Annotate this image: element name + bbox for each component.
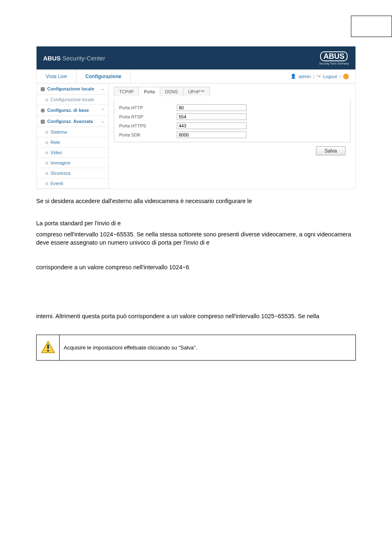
brand-main: ABUS [43, 55, 61, 62]
app-title: ABUS Security-Center [43, 55, 105, 62]
separator: | [339, 74, 341, 79]
tab-porta[interactable]: Porta [138, 87, 160, 96]
top-tabs: Vista Live Configurazione [37, 69, 131, 83]
input-http[interactable] [177, 104, 247, 111]
sidebar-item-label: Rete [51, 140, 60, 145]
info-note-text: Acquisire le impostazioni effettuate cli… [60, 335, 356, 360]
logout-link[interactable]: Logout [323, 74, 337, 79]
user-name: admin [299, 74, 311, 79]
bullet-icon [46, 172, 48, 175]
main-panel: TCP/IP Porta DDNS UPnP™ Porta HTTP Porta… [109, 83, 355, 189]
app-body: Configurazione locale ⌄ Configurazione l… [37, 83, 355, 189]
sidebar-item-sicurezza[interactable]: Sicurezza [37, 168, 108, 178]
label-https: Porta HTTPS [119, 121, 177, 130]
input-rtsp[interactable] [177, 113, 247, 120]
sidebar-item-label: Sicurezza [51, 171, 70, 176]
tab-config[interactable]: Configurazione [76, 69, 131, 83]
bullet-icon [46, 152, 48, 154]
svg-point-2 [47, 349, 49, 352]
group-label: Configurazione locale [47, 86, 94, 91]
logo-text: ABUS [320, 51, 348, 61]
lang-icon[interactable] [343, 74, 349, 79]
group-label: Configuraz. di base [47, 108, 89, 113]
chevron-down-icon: ⌄ [101, 119, 104, 123]
sidebar-item-immagine[interactable]: Immagine [37, 158, 108, 168]
sidebar-item-local[interactable]: Configurazione locale [37, 95, 108, 105]
doc-paragraph-2a: La porta standard per l'invio di e [36, 220, 356, 228]
user-icon: 👤 [291, 74, 296, 79]
tab-live[interactable]: Vista Live [37, 69, 76, 83]
label-rtsp: Porta RTSP [119, 112, 177, 121]
sidebar-item-eventi[interactable]: Eventi [37, 178, 108, 189]
sidebar-item-label: Sistema [51, 130, 67, 134]
sidebar-item-label: Configurazione locale [51, 97, 94, 102]
sidebar-item-video[interactable]: Video [37, 148, 108, 158]
sidebar-group-local[interactable]: Configurazione locale ⌄ [37, 83, 108, 95]
sidebar-item-label: Eventi [51, 181, 63, 186]
port-form: Porta HTTP Porta RTSP Porta HTTPS P [114, 99, 350, 142]
app-header: ABUS Security-Center ABUS Security Tech … [37, 46, 355, 69]
chevron-up-icon: ⌃ [101, 108, 104, 112]
save-button[interactable]: Salva [316, 146, 346, 155]
tab-upnp[interactable]: UPnP™ [183, 87, 210, 96]
input-sdk[interactable] [177, 132, 247, 138]
label-sdk: Porta SDK [119, 130, 177, 139]
wrench-icon [41, 120, 45, 124]
bullet-icon [46, 183, 48, 185]
logo-tagline: Security Tech Germany [319, 62, 349, 65]
brand-logo: ABUS Security Tech Germany [319, 51, 349, 65]
label-http: Porta HTTP [119, 103, 177, 112]
save-row: Salva [114, 142, 350, 160]
group-label: Configuraz. Avanzata [47, 119, 93, 124]
logout-icon: ↪ [317, 74, 321, 79]
app-screenshot: ABUS Security-Center ABUS Security Tech … [36, 46, 356, 189]
bullet-icon [46, 131, 48, 134]
sidebar-group-base[interactable]: Configuraz. di base ⌃ [37, 105, 108, 116]
sidebar-item-label: Video [51, 150, 62, 155]
warning-icon [41, 341, 55, 353]
sidebar: Configurazione locale ⌄ Configurazione l… [37, 83, 109, 189]
sidebar-item-label: Immagine [51, 160, 70, 165]
doc-paragraph-4: interni. Altrimenti questa porta può cor… [36, 312, 356, 321]
svg-rect-1 [47, 345, 49, 349]
folder-icon [41, 87, 45, 91]
tab-ddns[interactable]: DDNS [160, 87, 183, 96]
page-number-box [351, 16, 392, 37]
user-meta: 👤 admin | ↪ Logout | [291, 69, 355, 83]
info-note-table: Acquisire le impostazioni effettuate cli… [36, 335, 356, 361]
brand-sub: Security-Center [62, 55, 105, 62]
info-icon-cell [37, 335, 60, 360]
tab-tcpip[interactable]: TCP/IP [114, 87, 139, 96]
gear-icon [41, 109, 45, 113]
chevron-down-icon: ⌄ [101, 87, 104, 91]
bullet-icon [46, 141, 48, 144]
doc-paragraph-2b: compreso nell'intervallo 1024~65535. Se … [36, 231, 356, 247]
sidebar-group-advanced[interactable]: Configuraz. Avanzata ⌄ [37, 116, 108, 127]
bullet-icon [46, 99, 48, 101]
input-https[interactable] [177, 123, 247, 129]
panel-tabs: TCP/IP Porta DDNS UPnP™ [114, 87, 350, 96]
sidebar-item-rete[interactable]: Rete [37, 137, 108, 148]
doc-paragraph-1: Se si desidera accedere dall'esterno all… [36, 197, 356, 206]
doc-paragraph-3: corrispondere a un valore compreso nell'… [36, 264, 356, 272]
top-subheader: Vista Live Configurazione 👤 admin | ↪ Lo… [37, 69, 355, 83]
sidebar-item-sistema[interactable]: Sistema [37, 127, 108, 137]
bullet-icon [46, 162, 48, 164]
separator: | [314, 74, 315, 79]
